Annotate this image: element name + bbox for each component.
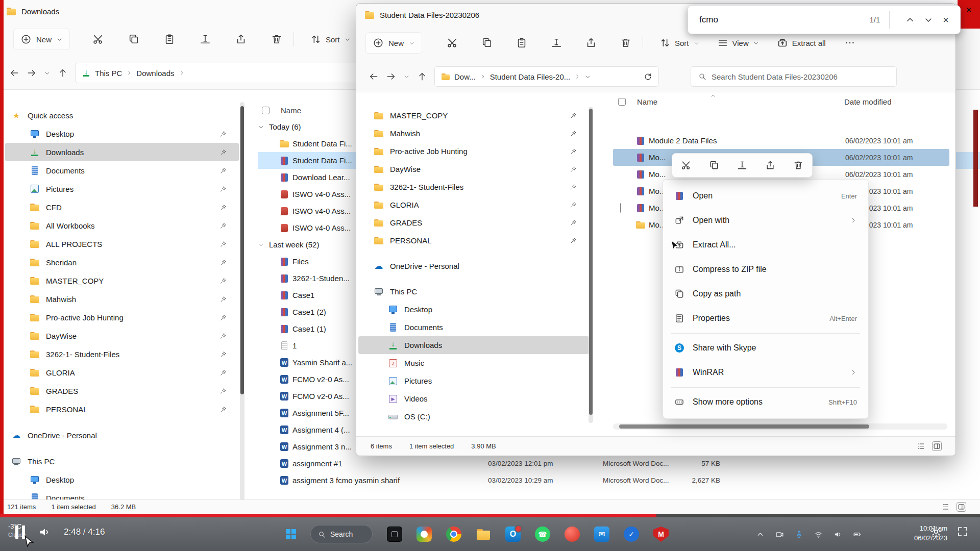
breadcrumb-item[interactable]: Downloads (136, 69, 184, 78)
select-all-checkbox[interactable] (262, 107, 270, 114)
video-frame[interactable]: Downloads New Sort (0, 0, 980, 514)
settings-gear-icon[interactable] (930, 525, 942, 538)
forward-button[interactable] (386, 71, 396, 82)
context-menu-item[interactable]: Properties Alt+Enter (667, 306, 864, 331)
sidebar-item[interactable]: Pictures (5, 180, 239, 198)
up-button[interactable] (417, 71, 427, 82)
sidebar-item[interactable]: MASTER_COPY (358, 107, 589, 124)
browser-close-button[interactable]: × (958, 0, 980, 29)
toolbar-icon[interactable] (620, 37, 631, 48)
history-chevron[interactable] (403, 73, 410, 80)
sidebar-item[interactable]: This PC (5, 452, 239, 470)
sidebar-item[interactable]: 3262-1- Student-Files (5, 345, 239, 363)
preview-pane-button[interactable] (933, 442, 941, 450)
sidebar-item[interactable]: Pro-active Job Hunting (5, 308, 239, 327)
sidebar-item[interactable]: OneDrive - Personal (358, 257, 589, 275)
taskbar-app-icon[interactable] (446, 527, 461, 542)
taskbar-search[interactable]: Search (310, 525, 373, 543)
sidebar-item[interactable]: Desktop (5, 124, 239, 143)
taskbar-app-icon[interactable] (535, 527, 550, 542)
view-button[interactable]: View (712, 33, 765, 53)
start-button[interactable] (286, 529, 296, 539)
volume-icon[interactable] (38, 526, 51, 538)
taskbar-app-icon[interactable] (476, 527, 491, 542)
row-checkbox[interactable] (620, 203, 621, 213)
quick-action-icon[interactable] (793, 160, 803, 170)
sidebar-scrollbar[interactable] (589, 107, 593, 423)
sidebar-item[interactable]: MASTER_COPY (5, 271, 239, 290)
context-menu-item[interactable]: Open Enter (667, 184, 864, 208)
select-all-checkbox[interactable] (618, 98, 626, 106)
sidebar-item[interactable]: GLORIA (5, 363, 239, 382)
close-icon[interactable]: × (943, 15, 949, 25)
toolbar-icon[interactable] (551, 37, 562, 48)
address-box[interactable]: Dow... Student Data Files-20... (434, 66, 659, 87)
name-column-header[interactable]: Name (281, 106, 301, 115)
window-scrollbar-thumb[interactable] (973, 110, 978, 207)
scrollbar-thumb[interactable] (589, 109, 593, 415)
sidebar-item[interactable]: Desktop (5, 470, 239, 489)
details-view-button[interactable] (917, 442, 925, 450)
refresh-button[interactable] (644, 72, 652, 81)
context-menu-item[interactable]: Copy as path (667, 282, 864, 306)
scrollbar-thumb[interactable] (240, 106, 244, 394)
sidebar-item[interactable]: CFD (5, 198, 239, 216)
tray-icon[interactable] (795, 530, 803, 539)
taskbar-app-icon[interactable] (565, 527, 580, 542)
horizontal-scrollbar[interactable] (613, 423, 947, 430)
student-files-titlebar[interactable]: Student Data Files-20230206 (364, 4, 479, 26)
toolbar-icon[interactable] (164, 34, 175, 45)
preview-pane-button[interactable] (957, 503, 966, 511)
file-row[interactable]: Module 2 Data Files 06/02/2023 10:01 am (613, 132, 949, 149)
sidebar-item[interactable]: DayWise (5, 327, 239, 345)
context-menu-item[interactable]: Extract All... (667, 233, 864, 257)
toolbar-icon[interactable] (585, 37, 597, 48)
toolbar-icon[interactable] (128, 34, 139, 45)
taskbar-app-icon[interactable] (505, 527, 521, 542)
sidebar-item[interactable]: PERSONAL (358, 232, 589, 249)
sidebar-item[interactable]: ALL PROJECTS (5, 235, 239, 253)
tray-icon[interactable] (853, 530, 862, 539)
sidebar-item[interactable]: All Workbooks (5, 216, 239, 235)
sidebar-item[interactable]: Downloads (5, 143, 239, 161)
sidebar-item[interactable]: GLORIA (358, 196, 589, 214)
search-input[interactable]: Search Student Data Files-20230206 (691, 66, 897, 87)
chevron-down-icon[interactable] (584, 73, 591, 80)
details-view-button[interactable] (941, 503, 950, 511)
toolbar-icon[interactable] (92, 34, 104, 45)
context-menu-item[interactable] (671, 331, 860, 334)
more-options-icon[interactable] (844, 37, 855, 48)
toolbar-icon[interactable] (200, 34, 211, 45)
sidebar-item[interactable]: Pro-active Job Hunting (358, 142, 589, 160)
toolbar-icon[interactable] (235, 34, 247, 45)
sidebar-item[interactable]: Videos (358, 390, 589, 408)
back-button[interactable] (9, 68, 19, 78)
sidebar-item[interactable]: Sheridan (5, 253, 239, 271)
context-menu-item[interactable]: Compress to ZIP file (667, 257, 864, 282)
sidebar-item[interactable]: PERSONAL (5, 400, 239, 418)
file-row[interactable]: assigment 3 fcmo yasmin sharif 03/02/202… (258, 472, 980, 489)
find-next-button[interactable] (923, 15, 934, 25)
quick-action-icon[interactable] (765, 160, 775, 170)
context-menu-item[interactable] (671, 385, 860, 388)
tray-icon[interactable] (775, 530, 784, 539)
sidebar-item[interactable]: Mahwish (5, 290, 239, 308)
fullscreen-icon[interactable] (957, 525, 969, 538)
taskbar-app-icon[interactable] (653, 527, 669, 542)
scrollbar-thumb[interactable] (619, 424, 869, 429)
sidebar-item[interactable]: Downloads (358, 336, 589, 354)
downloads-titlebar[interactable]: Downloads (6, 0, 59, 22)
back-button[interactable] (369, 71, 379, 82)
sidebar-item[interactable]: GRADES (358, 214, 589, 232)
taskbar-app-icon[interactable] (594, 527, 609, 542)
sidebar-item[interactable]: This PC (358, 283, 589, 300)
breadcrumb-item[interactable]: Student Data Files-20... (490, 72, 581, 81)
sidebar-item[interactable]: Music (358, 354, 589, 372)
name-column-header[interactable]: Name (637, 97, 657, 106)
sidebar-item[interactable]: Documents (358, 318, 589, 336)
toolbar-icon[interactable] (516, 37, 527, 48)
sidebar-item[interactable]: Mahwish (358, 124, 589, 142)
breadcrumb-item[interactable]: Dow... (454, 72, 486, 81)
toolbar-icon[interactable] (271, 34, 282, 45)
quick-action-icon[interactable] (709, 160, 719, 170)
